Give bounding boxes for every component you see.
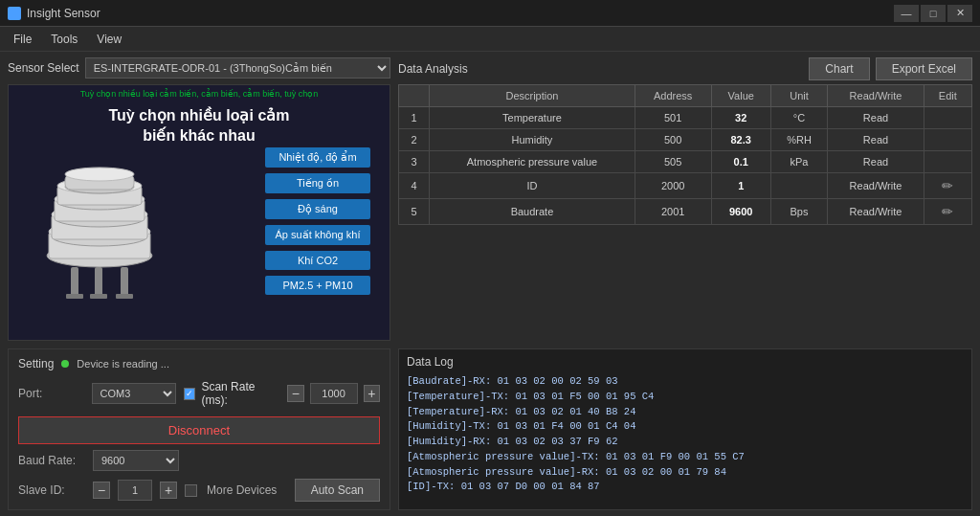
- sensor-tag-0[interactable]: Nhiệt độ, độ ẩm: [265, 147, 370, 168]
- port-select[interactable]: COM3: [92, 383, 176, 404]
- cell-unit: [770, 173, 828, 199]
- cell-unit: %RH: [770, 129, 828, 151]
- more-devices-label: More Devices: [207, 483, 277, 497]
- sensor-image-box: Tuỳ chọn nhiều loại cảm biến, cảm biến, …: [8, 84, 390, 341]
- data-analysis-panel: Data Analysis Chart Export Excel Descrip…: [398, 57, 972, 341]
- setting-header: Setting Device is reading ...: [18, 357, 380, 370]
- cell-address: 2000: [635, 173, 711, 199]
- sensor-tag-4[interactable]: Khí CO2: [265, 251, 370, 270]
- cell-address: 2001: [635, 199, 711, 225]
- setting-label: Setting: [18, 357, 54, 370]
- cell-value: 9600: [711, 199, 770, 225]
- cell-num: 3: [399, 151, 430, 173]
- cell-value: 0.1: [711, 151, 770, 173]
- sensor-tag-3[interactable]: Áp suất không khí: [265, 225, 370, 245]
- sensor-header: Sensor Select ES-INTERGRATE-ODR-01 - (3T…: [8, 57, 390, 79]
- log-line: [Temperature]-RX: 01 03 02 01 40 B8 24: [407, 405, 964, 420]
- cell-rw: Read/Write: [828, 199, 924, 225]
- svg-rect-16: [95, 267, 102, 296]
- more-devices-checkbox[interactable]: [185, 484, 197, 497]
- data-analysis-header: Data Analysis Chart Export Excel: [398, 57, 972, 80]
- sensor-panel: Sensor Select ES-INTERGRATE-ODR-01 - (3T…: [8, 57, 390, 341]
- cell-value: 32: [711, 107, 770, 129]
- sensor-tag-2[interactable]: Độ sáng: [265, 199, 370, 219]
- cell-description: Temperature: [430, 107, 635, 129]
- cell-rw: Read/Write: [828, 173, 924, 199]
- close-button[interactable]: ✕: [947, 5, 972, 22]
- slave-plus[interactable]: +: [160, 482, 177, 499]
- svg-rect-15: [71, 267, 78, 296]
- maximize-button[interactable]: □: [921, 5, 946, 22]
- cell-edit: [924, 151, 971, 173]
- sensor-tag-1[interactable]: Tiếng ồn: [265, 173, 370, 193]
- menubar: File Tools View: [0, 27, 980, 52]
- log-line: [Baudrate]-RX: 01 03 02 00 02 59 03: [407, 374, 964, 390]
- cell-edit[interactable]: ✏: [924, 173, 971, 199]
- scan-rate-plus[interactable]: +: [364, 385, 380, 402]
- cell-address: 505: [635, 151, 711, 173]
- sensor-select-label: Sensor Select: [8, 61, 79, 75]
- baud-label: Baud Rate:: [18, 454, 85, 467]
- col-rw: Read/Write: [828, 85, 924, 107]
- col-description: Description: [430, 85, 635, 107]
- data-action-buttons: Chart Export Excel: [809, 57, 972, 80]
- sensor-title: Tuỳ chọn nhiều loại cảm biến khác nhau: [9, 106, 390, 146]
- cell-value: 82.3: [711, 129, 770, 151]
- cell-unit: Bps: [770, 199, 828, 225]
- cell-edit: [924, 129, 971, 151]
- cell-rw: Read: [828, 129, 924, 151]
- data-analysis-label: Data Analysis: [398, 62, 468, 76]
- cell-num: 5: [399, 199, 430, 225]
- scan-rate-checkbox[interactable]: [184, 388, 196, 400]
- top-section: Sensor Select ES-INTERGRATE-ODR-01 - (3T…: [0, 52, 980, 345]
- cell-num: 4: [399, 173, 430, 199]
- cell-unit: °C: [770, 107, 828, 129]
- col-address: Address: [635, 85, 711, 107]
- scan-rate-minus[interactable]: −: [287, 385, 303, 402]
- slave-minus[interactable]: −: [93, 482, 110, 499]
- app-icon: [8, 7, 21, 20]
- table-row: 1 Temperature 501 32 °C Read: [399, 107, 972, 129]
- col-unit: Unit: [770, 85, 828, 107]
- cell-num: 2: [399, 129, 430, 151]
- window-title: Insight Sensor: [27, 7, 100, 20]
- titlebar-left: Insight Sensor: [8, 7, 100, 20]
- auto-scan-button[interactable]: Auto Scan: [295, 479, 380, 502]
- sensor-overlay-text: Tuỳ chọn nhiều loại cảm biến, cảm biến, …: [9, 89, 390, 99]
- svg-point-14: [65, 168, 134, 181]
- svg-rect-17: [121, 267, 128, 296]
- disconnect-button[interactable]: Disconnect: [18, 416, 380, 444]
- window-controls: — □ ✕: [894, 5, 972, 22]
- sensor-tag-5[interactable]: PM2.5 + PM10: [265, 276, 370, 295]
- cell-description: Baudrate: [430, 199, 635, 225]
- log-line: [Atmospheric pressure value]-TX: 01 03 0…: [407, 450, 964, 465]
- log-line: [ID]-TX: 01 03 07 D0 00 01 84 87: [407, 480, 964, 495]
- cell-rw: Read: [828, 151, 924, 173]
- cell-edit[interactable]: ✏: [924, 199, 971, 225]
- sensor-dropdown[interactable]: ES-INTERGRATE-ODR-01 - (3ThongSo)Cảm biế…: [85, 57, 390, 79]
- slave-label: Slave ID:: [18, 483, 85, 497]
- datalog-content[interactable]: [Baudrate]-RX: 01 03 02 00 02 59 03[Temp…: [407, 374, 964, 504]
- scan-rate-label: Scan Rate (ms):: [201, 380, 281, 407]
- log-line: [Humidity]-TX: 01 03 01 F4 00 01 C4 04: [407, 419, 964, 435]
- data-table: Description Address Value Unit Read/Writ…: [398, 84, 972, 225]
- table-row: 4 ID 2000 1 Read/Write ✏: [399, 173, 972, 199]
- cell-address: 500: [635, 129, 711, 151]
- data-table-wrap: Description Address Value Unit Read/Writ…: [398, 84, 972, 341]
- minimize-button[interactable]: —: [894, 5, 919, 22]
- svg-rect-18: [66, 294, 83, 299]
- menu-file[interactable]: File: [4, 30, 41, 49]
- edit-icon[interactable]: ✏: [942, 204, 953, 219]
- export-excel-button[interactable]: Export Excel: [876, 57, 972, 80]
- menu-view[interactable]: View: [87, 30, 131, 49]
- svg-rect-19: [90, 294, 107, 299]
- scan-rate-input[interactable]: [310, 383, 358, 404]
- menu-tools[interactable]: Tools: [41, 30, 87, 49]
- port-row: Port: COM3 Scan Rate (ms): − +: [18, 380, 380, 407]
- edit-icon[interactable]: ✏: [942, 178, 953, 193]
- chart-button[interactable]: Chart: [809, 57, 869, 80]
- slave-input[interactable]: [118, 480, 152, 501]
- col-edit: Edit: [924, 85, 971, 107]
- baud-select[interactable]: 9600: [93, 450, 179, 471]
- sensor-visual: [28, 165, 171, 321]
